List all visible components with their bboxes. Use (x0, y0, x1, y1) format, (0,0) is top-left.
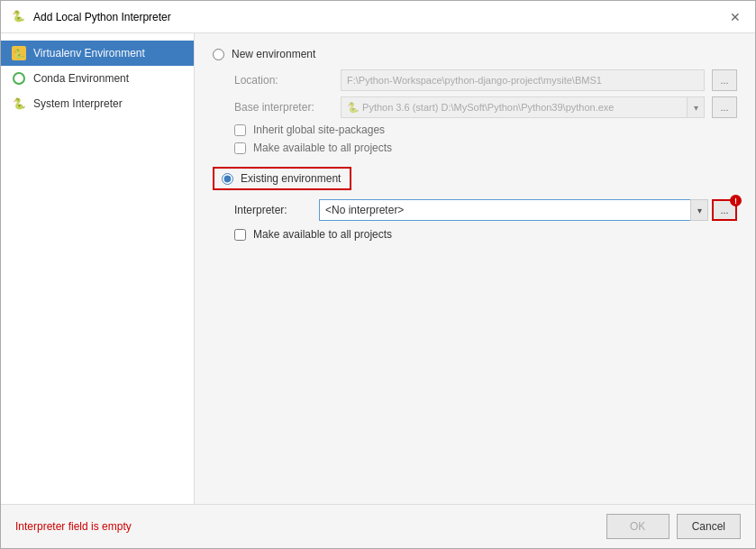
sidebar-item-conda[interactable]: Conda Environment (1, 66, 194, 91)
make-available-existing-row: Make available to all projects (234, 228, 737, 241)
make-available-new-label[interactable]: Make available to all projects (253, 142, 392, 154)
location-input[interactable] (341, 69, 705, 91)
make-available-existing-label[interactable]: Make available to all projects (253, 228, 392, 241)
main-content: New environment Location: ... Base inter… (195, 33, 755, 504)
title-bar-left: 🐍 Add Local Python Interpreter (12, 10, 171, 24)
new-env-row: New environment (213, 48, 737, 60)
existing-env-label[interactable]: Existing environment (241, 172, 341, 185)
svg-point-0 (14, 73, 24, 84)
conda-icon (12, 71, 26, 86)
ok-button[interactable]: OK (606, 514, 669, 539)
existing-env-highlight: Existing environment (213, 167, 351, 190)
cancel-button[interactable]: Cancel (677, 514, 741, 539)
existing-env-section: Existing environment (213, 167, 737, 190)
make-available-new-row: Make available to all projects (234, 142, 737, 154)
inherit-label[interactable]: Inherit global site-packages (253, 124, 385, 136)
interpreter-dropdown-container: <No interpreter> ▾ (319, 199, 708, 221)
sidebar: 🐍 Virtualenv Environment Conda Environme… (1, 33, 195, 504)
location-label: Location: (234, 74, 333, 87)
dialog-icon: 🐍 (12, 10, 26, 24)
close-button[interactable]: ✕ (726, 8, 744, 26)
add-interpreter-dialog: 🐍 Add Local Python Interpreter ✕ 🐍 Virtu… (0, 0, 756, 549)
base-interpreter-row: Base interpreter: ▾ ... (234, 96, 737, 118)
sidebar-item-system[interactable]: 🐍 System Interpreter (1, 91, 194, 116)
base-interpreter-dropdown-wrapper: ▾ (341, 96, 705, 118)
dialog-body: 🐍 Virtualenv Environment Conda Environme… (1, 33, 755, 504)
new-env-radio[interactable] (213, 49, 224, 60)
interpreter-browse-wrapper: ... ! (712, 199, 737, 221)
base-interpreter-label: Base interpreter: (234, 101, 333, 114)
sidebar-label-conda: Conda Environment (33, 72, 129, 85)
interpreter-browse-button[interactable]: ... ! (712, 199, 737, 221)
sidebar-item-virtualenv[interactable]: 🐍 Virtualenv Environment (1, 41, 194, 66)
interpreter-label: Interpreter: (234, 204, 315, 216)
button-group: OK Cancel (606, 514, 741, 539)
make-available-new-checkbox[interactable] (234, 142, 246, 154)
base-interpreter-browse-button[interactable]: ... (712, 96, 737, 118)
dialog-title: Add Local Python Interpreter (33, 11, 171, 23)
base-interpreter-input[interactable] (341, 96, 705, 118)
new-env-label[interactable]: New environment (232, 48, 315, 60)
interpreter-row: Interpreter: <No interpreter> ▾ ... ! (234, 199, 737, 221)
bottom-bar: Interpreter field is empty OK Cancel (1, 504, 755, 548)
title-bar: 🐍 Add Local Python Interpreter ✕ (1, 1, 755, 33)
location-browse-button[interactable]: ... (712, 69, 737, 91)
new-env-fields: Location: ... Base interpreter: ▾ ... (234, 69, 737, 154)
inherit-checkbox-row: Inherit global site-packages (234, 124, 737, 136)
sidebar-label-system: System Interpreter (33, 97, 123, 110)
error-badge: ! (730, 195, 742, 206)
browse-button-label: ... (720, 205, 728, 215)
virtualenv-icon: 🐍 (12, 46, 26, 60)
sidebar-label-virtualenv: Virtualenv Environment (33, 47, 145, 59)
existing-env-fields: Interpreter: <No interpreter> ▾ ... ! (234, 199, 737, 241)
location-row: Location: ... (234, 69, 737, 91)
make-available-existing-checkbox[interactable] (234, 229, 246, 241)
system-icon: 🐍 (12, 96, 26, 111)
existing-env-radio[interactable] (222, 173, 233, 185)
error-message: Interpreter field is empty (15, 520, 132, 533)
interpreter-select[interactable]: <No interpreter> (319, 199, 708, 221)
inherit-checkbox[interactable] (234, 124, 246, 136)
